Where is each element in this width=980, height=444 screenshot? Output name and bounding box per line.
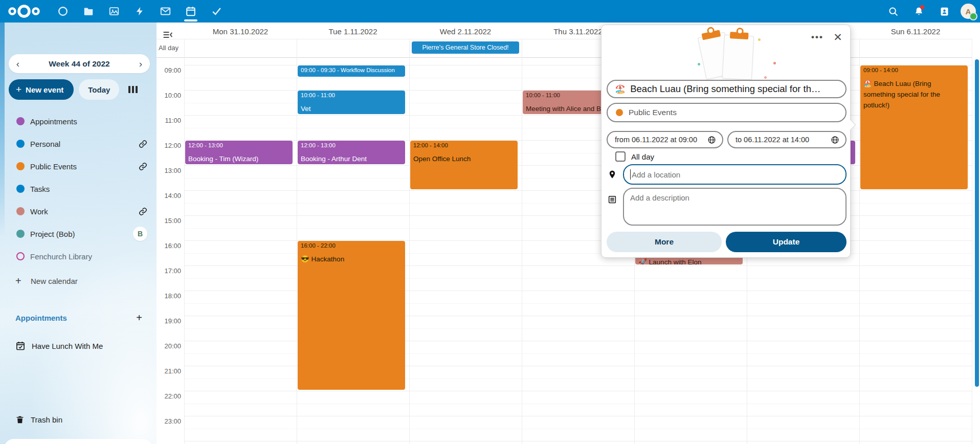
sidebar-calendar-item[interactable]: Public Events: [0, 155, 157, 177]
day-header[interactable]: Sun 6.11.2022: [859, 27, 972, 37]
today-button[interactable]: Today: [79, 79, 119, 100]
status-online-dot: [969, 12, 977, 20]
calendar-event[interactable]: 09:00 - 14:00 🏖️ Beach Luau (Bring somet…: [860, 65, 968, 189]
column-border: [972, 39, 972, 444]
sidebar-calendar-item[interactable]: Fenchurch Library: [0, 245, 157, 268]
new-event-button[interactable]: + New event: [9, 79, 74, 100]
day-header[interactable]: Wed 2.11.2022: [409, 27, 522, 37]
calendar-event[interactable]: 16:00 - 22:00 😎 Hackathon: [298, 241, 405, 390]
avatar[interactable]: A: [961, 4, 976, 19]
calendar-event[interactable]: 12:00 - 14:00 Open Office Lunch: [410, 141, 518, 189]
calendar-name: Work: [30, 207, 139, 216]
grid-line: [184, 78, 972, 78]
column-border: [297, 39, 297, 444]
calendar-color-dot: [16, 117, 25, 125]
timezone-globe-icon[interactable]: [831, 136, 839, 144]
grid-line: [184, 165, 972, 166]
calendar-icon[interactable]: [178, 0, 204, 23]
tasks-icon[interactable]: [204, 0, 229, 23]
three-dots-menu-icon[interactable]: •••: [810, 30, 825, 45]
event-title-input[interactable]: 🏖️ Beach Luau (Bring something special f…: [607, 80, 847, 98]
dashboard-icon[interactable]: [50, 0, 76, 23]
event-title: Vet: [301, 104, 402, 114]
files-icon[interactable]: [76, 0, 101, 23]
nextcloud-logo[interactable]: [7, 3, 41, 19]
add-appointment-button[interactable]: +: [136, 312, 142, 324]
all-day-label: All day: [159, 44, 183, 52]
new-calendar-button[interactable]: + New calendar: [0, 272, 157, 290]
description-placeholder: Add a description: [630, 193, 689, 202]
calendar-select[interactable]: Public Events: [607, 103, 847, 122]
week-prev-button[interactable]: ‹: [9, 54, 27, 73]
more-button[interactable]: More: [607, 232, 722, 252]
share-link-icon[interactable]: [139, 140, 147, 148]
grid-line: [184, 429, 972, 429]
day-header[interactable]: Tue 1.11.2022: [297, 27, 409, 37]
time-label: 19:00: [160, 317, 181, 325]
calendar-event[interactable]: 12:00 - 13:00 Booking - Arthur Dent: [298, 141, 405, 164]
calendar-event[interactable]: 12:00 - 13:00 Booking - Tim (Wizard): [185, 141, 293, 164]
calendar-event[interactable]: 10:00 - 11:00 Vet: [298, 91, 405, 114]
sidebar-calendar-item[interactable]: Tasks: [0, 177, 157, 200]
plus-icon: +: [15, 275, 25, 287]
appointment-link-item[interactable]: Have Lunch With Me: [0, 336, 157, 356]
location-placeholder: Add a location: [632, 170, 680, 179]
timezone-globe-icon[interactable]: [707, 136, 716, 144]
share-link-icon[interactable]: [139, 162, 147, 171]
sidebar-calendar-item[interactable]: Personal: [0, 132, 157, 155]
update-button[interactable]: Update: [726, 232, 847, 252]
search-icon[interactable]: [884, 2, 902, 20]
start-datetime-field[interactable]: from 06.11.2022 at 09:00: [607, 131, 723, 148]
top-bar: A: [0, 0, 980, 23]
location-input[interactable]: Add a location: [623, 164, 847, 185]
time-label: 22:00: [160, 392, 181, 400]
checkbox-unchecked[interactable]: [615, 151, 626, 162]
notification-badge: [920, 5, 924, 9]
time-label: 20:00: [160, 342, 181, 350]
column-border: [409, 39, 410, 444]
activity-icon[interactable]: [127, 0, 152, 23]
notifications-icon[interactable]: [909, 2, 928, 20]
all-day-checkbox[interactable]: All day: [610, 151, 654, 162]
grid-line: [184, 404, 972, 404]
new-event-label: New event: [26, 85, 63, 94]
event-title: Booking - Tim (Wizard): [188, 154, 289, 164]
new-calendar-label: New calendar: [31, 277, 78, 285]
calendar-settings-button[interactable]: Calendar settings: [4, 439, 152, 444]
appointments-section-header: Appointments +: [0, 310, 157, 325]
contacts-icon[interactable]: [935, 2, 953, 20]
appointment-link-label: Have Lunch With Me: [32, 342, 103, 350]
photos-icon[interactable]: [101, 0, 127, 23]
close-icon[interactable]: ✕: [831, 30, 845, 45]
event-time: 12:00 - 13:00: [188, 142, 289, 149]
event-title: 🏖️ Beach Luau (Bring something special f…: [863, 79, 965, 111]
all-day-event[interactable]: Pierre's General Store Closed!: [412, 41, 519, 54]
sidebar-calendar-item[interactable]: Appointments: [0, 110, 157, 132]
event-title-text: Beach Luau (Bring something special for …: [630, 83, 838, 95]
sidebar: ‹ Week 44 of 2022 › + New event Today Ap…: [0, 23, 157, 444]
description-input[interactable]: Add a description: [623, 188, 847, 226]
vertical-scrollbar[interactable]: [975, 59, 979, 387]
calendar-color-dot: [16, 252, 25, 260]
view-mode-icon[interactable]: [128, 86, 138, 93]
sidebar-toggle-icon[interactable]: [163, 31, 173, 39]
calendar-event[interactable]: 09:00 - 09:30 - Workflow Discussion: [298, 65, 405, 77]
end-datetime-field[interactable]: to 06.11.2022 at 14:00: [727, 131, 847, 148]
calendar-check-icon: [15, 341, 26, 351]
appointments-section-title: Appointments: [15, 314, 136, 322]
appointments-list: Have Lunch With Me: [0, 336, 157, 356]
event-title: Open Office Lunch: [413, 154, 515, 165]
week-next-button[interactable]: ›: [131, 54, 150, 73]
sidebar-calendar-item[interactable]: Work: [0, 200, 157, 223]
grid-line: [184, 178, 972, 179]
calendar-color-dot: [16, 207, 25, 215]
trash-bin-button[interactable]: Trash bin: [0, 409, 157, 430]
share-link-icon[interactable]: [139, 207, 147, 216]
time-label: 17:00: [160, 267, 181, 275]
mail-icon[interactable]: [152, 0, 178, 23]
time-label: 15:00: [160, 217, 181, 225]
event-title: 😎 Hackathon: [301, 254, 402, 265]
calendar-color-dot: [616, 109, 623, 116]
day-header[interactable]: Mon 31.10.2022: [184, 27, 297, 37]
sidebar-calendar-item[interactable]: Project (Bob) B: [0, 223, 157, 245]
